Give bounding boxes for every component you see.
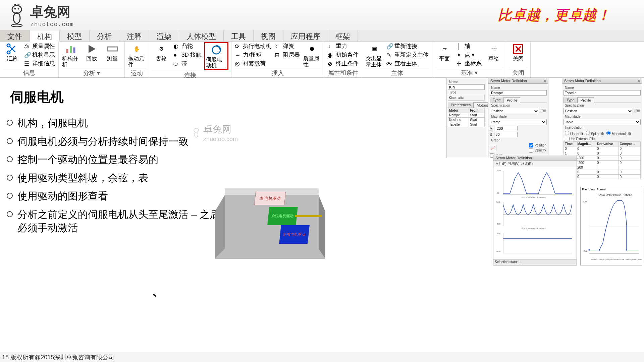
view-body-button[interactable]: 👁查看主体 [386, 60, 429, 68]
mass-props-button[interactable]: ⚖质量属性 [23, 42, 56, 50]
graph-menu[interactable]: 文件(F) 视图(V) 格式(R) [493, 161, 577, 167]
menu-tab-model[interactable]: 模型 [60, 30, 90, 41]
highlight-body-button[interactable]: ▣突出显示主体 [365, 42, 384, 68]
gear-button[interactable]: ⚙齿轮 [152, 42, 171, 62]
magnitude-select[interactable]: Ramp [490, 119, 547, 125]
chk-position[interactable] [529, 143, 533, 147]
bullet-text: 机构，伺服电机 [17, 116, 88, 130]
graph-menu[interactable]: File View Format [581, 187, 642, 192]
tab-type[interactable]: Type [490, 97, 504, 103]
mass-prop-button[interactable]: ⬢质量属性 [303, 42, 321, 68]
cam-button[interactable]: ◐凸轮 [173, 42, 202, 50]
cam-icon: ◐ [173, 43, 180, 50]
spec-select[interactable]: Position [564, 108, 633, 114]
details-button[interactable]: ☰详细信息 [23, 60, 56, 68]
point-button[interactable]: ✦点 ▾ [456, 51, 482, 59]
analysis-dialog: Name Type Kinematic Preferences Motors M… [446, 78, 486, 158]
ruler-icon [106, 43, 118, 55]
reconnect-button[interactable]: 🔗重新连接 [386, 42, 429, 50]
svg-point-41 [588, 249, 590, 251]
belt-button[interactable]: ⬭带 [173, 60, 202, 68]
mech-display-button[interactable]: 🔗机构显示 [23, 51, 56, 59]
run-motor-button[interactable]: ⟳执行电动机 [234, 42, 272, 50]
end-cond-button[interactable]: ⊘终止条件 [327, 60, 359, 68]
svg-point-3 [13, 13, 20, 23]
table-row: KosinusStart [448, 118, 485, 122]
menu-file[interactable]: 文件 [0, 30, 30, 41]
measure-button[interactable]: 测量 [103, 42, 122, 62]
axis-icon: │ [457, 43, 463, 50]
init-cond-button[interactable]: ◉初始条件 [327, 51, 359, 59]
plot-3: 100-100 [495, 230, 575, 257]
logo-area: 卓兔网 zhuotoo.com [7, 3, 74, 28]
svg-marker-18 [319, 195, 325, 259]
menu-tab-frame[interactable]: 框架 [328, 30, 358, 41]
close-button[interactable]: 关闭 [509, 42, 528, 62]
box-blue: 斜坡电机驱动 [279, 225, 310, 244]
spec-select[interactable]: Position [490, 108, 539, 114]
damper-button[interactable]: ⊟阻尼器 [274, 51, 301, 59]
radio-monotonic[interactable] [606, 131, 611, 135]
servo-motor-button[interactable]: 伺服电动机 [204, 42, 228, 70]
group-title-body: 主体 [365, 68, 429, 78]
menu-tab-mechanism[interactable]: 机构 [30, 31, 60, 42]
radio-linear[interactable] [565, 131, 569, 135]
menu-tab-annotation[interactable]: 注释 [119, 30, 149, 41]
dlg-title: Servo Motor Definition [490, 79, 527, 83]
motor-run-icon: ⟳ [235, 43, 241, 50]
playback-button[interactable]: 回放 [82, 42, 101, 62]
csys-button[interactable]: ✛坐标系 [456, 60, 482, 68]
summary-button[interactable]: 汇总 [3, 42, 21, 62]
axis-button[interactable]: │轴 [456, 42, 482, 50]
eye-icon: 👁 [386, 60, 393, 67]
graph-icon[interactable]: 📈 [490, 145, 496, 151]
sketch-button[interactable]: 〰草绘 [484, 42, 503, 62]
b-input[interactable] [494, 132, 518, 137]
force-button[interactable]: →力/扭矩 [234, 51, 272, 59]
hand-icon: ✋ [131, 43, 143, 55]
servo2-name-input[interactable] [564, 90, 641, 96]
radio-spline[interactable] [586, 131, 590, 135]
watermark: 卓兔网zhuotoo.com [191, 123, 238, 143]
close-icon[interactable]: × [544, 79, 546, 83]
tab-profile[interactable]: Profile [504, 97, 520, 103]
logo-name: 卓兔网 [30, 3, 74, 21]
chk-external[interactable] [564, 137, 568, 141]
contact-button[interactable]: ●3D 接触 [173, 51, 202, 59]
menu-tab-app[interactable]: 应用程序 [283, 30, 328, 41]
servo1-name-input[interactable] [490, 90, 547, 96]
tab-profile[interactable]: Profile [578, 97, 594, 103]
menu-tab-tools[interactable]: 工具 [224, 30, 254, 41]
bullet-icon [7, 193, 13, 199]
graph-window[interactable]: Servo Motor Definition 文件(F) 视图(V) 格式(R)… [493, 155, 577, 265]
point-icon: ✦ [457, 52, 463, 58]
bullet-text: 使用驱动的图形查看 [17, 189, 108, 203]
close-icon[interactable]: × [638, 79, 640, 83]
list-icon: ☰ [24, 60, 31, 67]
highlight-icon: ▣ [368, 43, 380, 55]
plane-button[interactable]: ▱平面 [435, 42, 454, 62]
table-select[interactable]: Table [564, 119, 641, 125]
a-input[interactable] [494, 126, 518, 131]
redefine-button[interactable]: ✎重新定义主体 [386, 51, 429, 59]
analysis-name-input[interactable] [448, 84, 485, 90]
name-label: Name [448, 79, 485, 84]
chk-velocity[interactable] [529, 148, 533, 153]
profile-graph-panel[interactable]: File View Format Servo Motor Profile : T… [580, 187, 642, 265]
menu-tab-view[interactable]: 视图 [254, 30, 283, 41]
drag-button[interactable]: ✋拖动元件 [127, 42, 146, 68]
bullet-icon [7, 211, 13, 217]
bushing-button[interactable]: ◎衬套载荷 [234, 60, 272, 68]
menu-tab-render[interactable]: 渲染 [149, 30, 179, 41]
menu-tab-analysis[interactable]: 分析 [90, 30, 119, 41]
svg-point-0 [12, 5, 21, 13]
menu-tab-body[interactable]: 人体模型 [179, 30, 224, 41]
tab-preferences[interactable]: Preferences [448, 102, 474, 108]
spring-button[interactable]: ⌇弹簧 [274, 42, 301, 50]
close-icon [512, 43, 524, 55]
edit-icon: ✎ [386, 52, 393, 58]
tab-type[interactable]: Type [564, 97, 578, 103]
gravity-button[interactable]: ↓重力 [327, 42, 359, 50]
servo-dialog-1[interactable]: Servo Motor Definition× Name Type Profil… [488, 78, 548, 158]
mech-analysis-button[interactable]: 机构分析 [61, 42, 80, 68]
